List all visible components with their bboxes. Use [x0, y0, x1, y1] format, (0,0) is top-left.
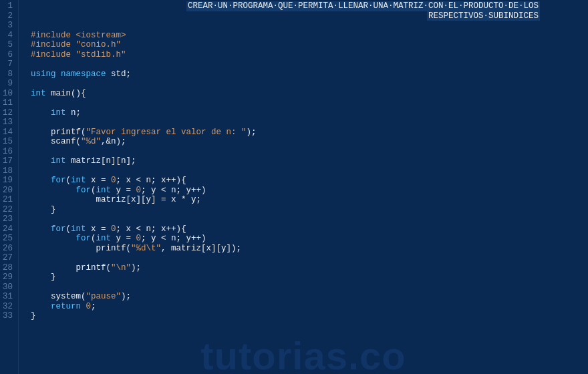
code-line — [31, 166, 588, 176]
code-lines: #include <iostream> #include "conio.h" #… — [31, 1, 588, 321]
code-line: #include "stdlib.h" — [31, 50, 588, 60]
line-number: 4 — [3, 31, 13, 41]
code-line — [31, 21, 588, 31]
line-number: 6 — [3, 50, 13, 60]
line-number-gutter: 1234567891011121314151617181920212223242… — [0, 0, 19, 374]
code-line — [31, 59, 588, 69]
code-line: for(int y = 0; y < n; y++) — [31, 234, 588, 244]
code-line: scanf("%d",&n); — [31, 137, 588, 147]
code-line: return 0; — [31, 302, 588, 312]
line-number: 16 — [3, 147, 13, 157]
code-line — [31, 283, 588, 293]
line-number: 14 — [3, 128, 13, 138]
line-number: 9 — [3, 79, 13, 89]
code-line: } — [31, 272, 588, 283]
code-area[interactable]: CREAR·UN·PROGRAMA·QUE·PERMITA·LLENAR·UNA… — [19, 0, 588, 374]
line-number: 18 — [3, 166, 13, 176]
line-number: 17 — [3, 156, 13, 166]
line-number: 27 — [3, 253, 13, 263]
line-number: 24 — [3, 224, 13, 234]
code-line: printf("\n"); — [31, 263, 588, 273]
line-number: 22 — [3, 205, 13, 215]
line-number: 30 — [3, 283, 13, 293]
line-number: 15 — [3, 137, 13, 147]
line-number: 2 — [3, 11, 13, 21]
line-number: 10 — [3, 89, 13, 99]
line-number: 33 — [3, 311, 13, 321]
code-line: system("pause"); — [31, 292, 588, 302]
line-number: 3 — [3, 21, 13, 31]
line-number: 29 — [3, 272, 13, 283]
code-line: printf("Favor ingresar el valor de n: ")… — [31, 128, 588, 138]
code-line — [31, 253, 588, 263]
code-line — [31, 98, 588, 108]
code-line: printf("%d\t", matriz[x][y]); — [31, 244, 588, 254]
line-number: 8 — [3, 69, 13, 79]
code-line: int matriz[n][n]; — [31, 156, 588, 166]
line-number: 32 — [3, 302, 13, 312]
code-line: int main(){ — [31, 89, 588, 99]
code-line: for(int x = 0; x < n; x++){ — [31, 224, 588, 234]
code-line: for(int x = 0; x < n; x++){ — [31, 176, 588, 186]
watermark-text: tutorias.co — [200, 351, 406, 361]
line-number: 21 — [3, 195, 13, 205]
code-editor[interactable]: 1234567891011121314151617181920212223242… — [0, 0, 588, 374]
code-line — [31, 1, 588, 11]
code-line: } — [31, 205, 588, 215]
code-line: int n; — [31, 108, 588, 118]
line-number: 26 — [3, 244, 13, 254]
line-number: 25 — [3, 234, 13, 244]
code-line — [31, 147, 588, 157]
code-line — [31, 11, 588, 21]
code-line: } — [31, 311, 588, 321]
code-line: #include "conio.h" — [31, 40, 588, 50]
line-number: 23 — [3, 214, 13, 224]
line-number: 28 — [3, 263, 13, 273]
code-line: using namespace std; — [31, 69, 588, 79]
line-number: 7 — [3, 59, 13, 69]
line-number: 13 — [3, 118, 13, 128]
line-number: 5 — [3, 40, 13, 50]
code-line: matriz[x][y] = x * y; — [31, 195, 588, 205]
line-number: 1 — [3, 1, 13, 11]
code-line: for(int y = 0; y < n; y++) — [31, 186, 588, 196]
line-number: 20 — [3, 186, 13, 196]
code-line — [31, 79, 588, 89]
line-number: 11 — [3, 98, 13, 108]
line-number: 31 — [3, 292, 13, 302]
code-line — [31, 214, 588, 224]
code-line: #include <iostream> — [31, 31, 588, 41]
code-line — [31, 118, 588, 128]
line-number: 19 — [3, 176, 13, 186]
line-number: 12 — [3, 108, 13, 118]
